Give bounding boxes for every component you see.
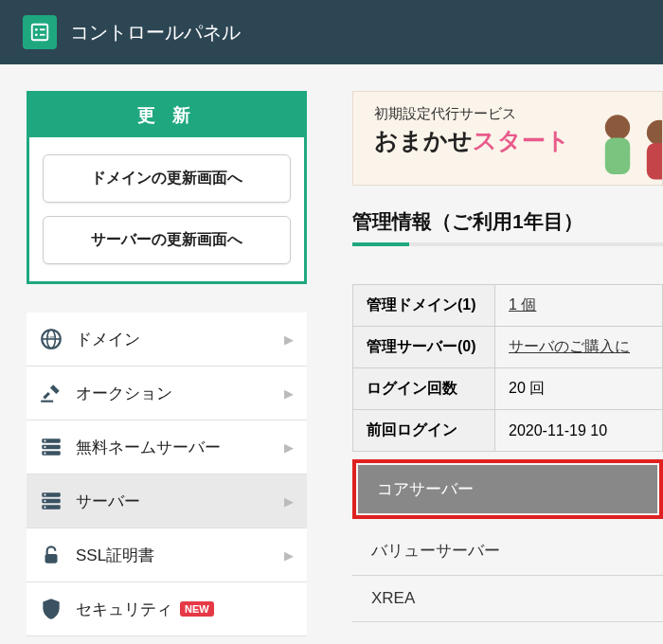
nav-label: オークション: [76, 383, 172, 404]
info-table: 管理ドメイン(1)1 個 管理サーバー(0)サーバのご購入に ログイン回数20 …: [352, 284, 663, 452]
nav-label: セキュリティ: [76, 599, 172, 620]
submenu-xrea[interactable]: XREA: [352, 576, 663, 622]
update-panel: 更 新 ドメインの更新画面へ サーバーの更新画面へ: [27, 91, 307, 284]
server-renew-button[interactable]: サーバーの更新画面へ: [43, 216, 291, 264]
chevron-right-icon: ▶: [284, 386, 294, 401]
gavel-icon: [38, 380, 64, 406]
table-row: ログイン回数20 回: [353, 368, 663, 410]
svg-point-1: [35, 28, 38, 31]
svg-point-23: [605, 115, 630, 139]
nav-ssl[interactable]: SSL証明書 ▶: [27, 528, 307, 582]
svg-rect-2: [40, 28, 45, 30]
chevron-right-icon: ▶: [284, 494, 294, 509]
server-purchase-link[interactable]: サーバのご購入に: [509, 338, 630, 354]
svg-rect-0: [32, 25, 48, 41]
nav-label: SSL証明書: [76, 545, 154, 566]
chevron-right-icon: ▶: [284, 440, 294, 455]
svg-point-19: [44, 493, 45, 495]
svg-text:.com: .com: [46, 334, 56, 339]
svg-point-20: [44, 500, 45, 502]
chevron-right-icon: ▶: [284, 332, 294, 347]
table-row: 管理ドメイン(1)1 個: [353, 285, 663, 327]
nav-label: 無料ネームサーバー: [76, 437, 221, 458]
table-row: 前回ログイン2020-11-19 10: [353, 410, 663, 452]
update-panel-header: 更 新: [29, 94, 304, 137]
info-section-title: 管理情報（ご利用1年目）: [352, 208, 663, 235]
svg-rect-26: [647, 143, 663, 180]
svg-rect-24: [605, 138, 630, 175]
svg-point-14: [44, 446, 45, 448]
people-illustration-icon: [586, 101, 663, 186]
app-header: コントロールパネル: [0, 0, 663, 64]
svg-rect-22: [45, 554, 58, 564]
nav-auction[interactable]: オークション ▶: [27, 367, 307, 420]
nav-label: ドメイン: [76, 329, 140, 350]
nav-server[interactable]: サーバー ▶: [27, 474, 307, 528]
server-icon: [38, 434, 64, 460]
new-badge: NEW: [180, 601, 214, 617]
nav-nameserver[interactable]: 無料ネームサーバー ▶: [27, 420, 307, 474]
chevron-right-icon: ▶: [284, 548, 294, 563]
svg-point-25: [647, 120, 663, 145]
page-title: コントロールパネル: [70, 20, 241, 45]
svg-rect-9: [41, 401, 53, 402]
domain-renew-button[interactable]: ドメインの更新画面へ: [43, 154, 291, 203]
svg-point-15: [44, 452, 45, 454]
title-underline: [352, 242, 663, 246]
server-submenu: バリューサーバー XREA: [352, 527, 663, 622]
svg-point-21: [44, 506, 45, 508]
table-row: 管理サーバー(0)サーバのご購入に: [353, 327, 663, 368]
submenu-value-server[interactable]: バリューサーバー: [352, 527, 663, 576]
domain-count-link[interactable]: 1 個: [509, 296, 536, 313]
globe-icon: .com: [38, 326, 64, 352]
nav-domain[interactable]: .com ドメイン ▶: [27, 313, 307, 367]
svg-rect-4: [40, 34, 45, 36]
sidebar-nav: .com ドメイン ▶ オークション ▶ 無料ネームサーバー ▶ サーバー ▶: [27, 313, 307, 636]
svg-point-3: [35, 33, 38, 36]
lock-icon: [38, 542, 64, 568]
shield-icon: [38, 596, 64, 622]
app-icon: [23, 15, 57, 49]
svg-point-13: [44, 439, 45, 441]
promo-banner[interactable]: 初期設定代行サービス おまかせスタート: [352, 91, 663, 186]
nav-label: サーバー: [76, 491, 140, 512]
submenu-core-server[interactable]: コアサーバー: [358, 465, 657, 513]
nav-security[interactable]: セキュリティ NEW: [27, 582, 307, 636]
highlight-box: コアサーバー: [352, 459, 663, 519]
server-stack-icon: [38, 488, 64, 514]
